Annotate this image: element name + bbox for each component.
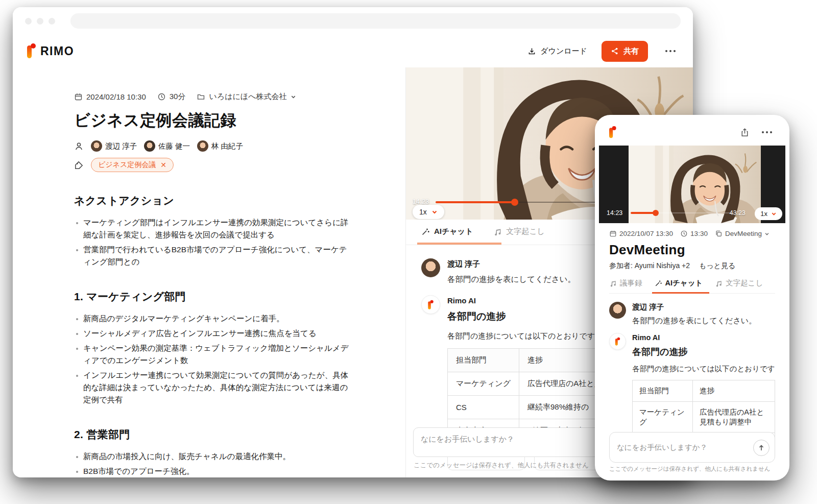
browser-window: RIMO ダウンロード 共有 xyxy=(13,7,693,477)
ai-answer-heading: 各部門の進捗 xyxy=(632,346,775,358)
table-header: 担当部門 xyxy=(447,349,519,372)
bullet-item: 新商品の市場投入に向け、販売チャネルの最適化作業中。 xyxy=(74,450,354,463)
url-bar[interactable] xyxy=(70,13,681,29)
rimo-ai-avatar xyxy=(609,333,626,350)
more-menu-button[interactable] xyxy=(662,47,679,55)
section-heading: 1. マーケティング部門 xyxy=(74,290,354,304)
mobile-device: 14:23 43:23 1x 2022/10/07 13:30 xyxy=(595,115,789,481)
message-author: 渡辺 淳子 xyxy=(632,302,756,312)
mobile-app-header xyxy=(599,119,785,146)
chevron-down-icon xyxy=(431,209,438,215)
tab-minutes[interactable]: 議事録 xyxy=(609,278,642,288)
magic-wand-icon xyxy=(421,227,430,236)
folder-selector[interactable]: いろはにほへ株式会社 xyxy=(197,92,296,102)
bullet-item: マーケティング部門はインフルエンサー連携の効果測定についてさらに詳細な計画を策定… xyxy=(74,217,354,241)
folder-icon xyxy=(197,92,205,101)
rimo-logo-icon xyxy=(428,300,434,309)
download-button[interactable]: ダウンロード xyxy=(527,46,587,56)
seek-bar[interactable] xyxy=(631,212,738,213)
download-icon xyxy=(527,47,536,56)
tab-transcript[interactable]: 文字起こし xyxy=(493,227,545,236)
table-header: 進捗 xyxy=(693,380,775,402)
section-marketing: 1. マーケティング部門 新商品のデジタルマーケティングキャンペーンに着手。 ソ… xyxy=(74,290,354,406)
folder-selector[interactable]: DevMeeting xyxy=(715,230,770,237)
export-icon[interactable] xyxy=(740,128,750,137)
show-more-link[interactable]: もっと見る xyxy=(699,261,735,271)
section-heading: ネクストアクション xyxy=(74,194,354,208)
chevron-down-icon xyxy=(291,94,296,100)
download-label: ダウンロード xyxy=(540,46,587,56)
browser-chrome xyxy=(13,7,693,35)
participant[interactable]: 林 由紀子 xyxy=(197,140,243,152)
meeting-duration: 13:30 xyxy=(680,230,708,237)
section-heading: 2. 営業部門 xyxy=(74,427,354,442)
participants-row: 渡辺 淳子 佐藤 健一 林 由紀子 xyxy=(74,140,354,152)
table-row: マーケティング 広告代理店のA社と見積もり調整中 xyxy=(633,402,775,433)
current-time-label: 14:23 xyxy=(413,198,429,205)
mobile-chat-area: 渡辺 淳子 各部門の進捗を表にしてください。 Rimo AI 各部門の進捗 各部… xyxy=(609,294,775,444)
send-button[interactable] xyxy=(753,440,770,456)
bullet-item: ソーシャルメディア広告とインフルエンサー連携に焦点を当てる xyxy=(74,327,354,340)
avatar xyxy=(421,258,440,277)
window-control-dot[interactable] xyxy=(37,18,43,25)
user-message: 渡辺 淳子 各部門の進捗を表にしてください。 xyxy=(609,302,775,326)
tag-icon xyxy=(74,160,84,170)
rimo-logo-icon xyxy=(27,43,36,59)
participant[interactable]: 佐藤 健一 xyxy=(144,140,190,152)
tag-label: ビジネス定例会議 xyxy=(98,160,156,170)
message-author: Rimo AI xyxy=(632,333,775,342)
bullet-item: インフルエンサー連携について効果測定についての質問があったが、具体的な詳細は決ま… xyxy=(74,369,354,406)
share-label: 共有 xyxy=(623,46,639,56)
calendar-icon xyxy=(609,230,617,237)
window-control-dot[interactable] xyxy=(25,18,32,25)
current-time-label: 14:23 xyxy=(607,209,622,217)
tab-transcript[interactable]: 文字起こし xyxy=(715,278,763,288)
rimo-logo-text: RIMO xyxy=(40,44,74,58)
rimo-logo-icon[interactable] xyxy=(609,126,616,138)
share-icon xyxy=(611,47,619,55)
share-button[interactable]: 共有 xyxy=(602,41,648,62)
playback-speed-button[interactable]: 1x xyxy=(413,205,444,219)
rimo-logo-icon xyxy=(615,337,620,346)
copy-icon xyxy=(715,230,723,237)
meeting-date: 2022/10/07 13:30 xyxy=(609,230,673,237)
avatar xyxy=(197,140,208,152)
page-title: ビジネス定例会議記録 xyxy=(74,110,354,131)
ai-message: Rimo AI 各部門の進捗 各部門の進捗については以下のとおりです 担当部門 … xyxy=(609,333,775,444)
avatar xyxy=(609,302,626,319)
music-note-icon xyxy=(715,279,723,287)
avatar xyxy=(144,140,155,152)
rimo-ai-avatar xyxy=(421,295,440,314)
active-tab-indicator xyxy=(417,243,501,245)
rimo-logo[interactable]: RIMO xyxy=(27,43,74,59)
chat-input[interactable] xyxy=(610,433,775,462)
active-tab-indicator xyxy=(652,292,709,294)
mobile-screen: 14:23 43:23 1x 2022/10/07 13:30 xyxy=(599,119,785,476)
app-header: RIMO ダウンロード 共有 xyxy=(13,35,693,67)
table-header: 担当部門 xyxy=(633,380,693,402)
section-next-actions: ネクストアクション マーケティング部門はインフルエンサー連携の効果測定についてさ… xyxy=(74,194,354,268)
magic-wand-icon xyxy=(655,279,662,287)
window-control-dot[interactable] xyxy=(49,18,55,25)
person-icon xyxy=(74,141,84,151)
privacy-note: ここでのメッセージは保存されず、他人にも共有されません xyxy=(414,461,589,470)
seek-handle[interactable] xyxy=(653,210,659,216)
meeting-tag[interactable]: ビジネス定例会議 ✕ xyxy=(91,158,174,172)
clock-icon xyxy=(680,230,688,237)
tab-ai-chat[interactable]: AIチャット xyxy=(421,227,473,236)
mobile-video-player[interactable]: 14:23 43:23 1x xyxy=(599,146,785,223)
seek-handle[interactable] xyxy=(511,199,518,206)
remove-tag-icon[interactable]: ✕ xyxy=(160,161,166,169)
avatar xyxy=(91,140,102,152)
bullet-item: 営業部門で行われているB2B市場でのアプローチ強化について、マーケティング部門と… xyxy=(74,244,354,268)
meeting-document: 2024/02/18 10:30 30分 いろはにほへ株式会社 xyxy=(13,67,405,477)
privacy-note: ここでのメッセージは保存されず、他人にも共有されません xyxy=(609,465,780,473)
participant[interactable]: 渡辺 淳子 xyxy=(91,140,137,152)
tab-ai-chat[interactable]: AIチャット xyxy=(655,278,703,288)
calendar-icon xyxy=(74,92,83,101)
more-menu-button[interactable] xyxy=(759,128,775,136)
message-text: 各部門の進捗を表にしてください。 xyxy=(447,274,575,285)
meeting-date: 2024/02/18 10:30 xyxy=(74,92,146,101)
playback-speed-button[interactable]: 1x xyxy=(755,207,782,220)
participants-label: 参加者: Ayumi Nishiya +2 xyxy=(609,261,690,271)
